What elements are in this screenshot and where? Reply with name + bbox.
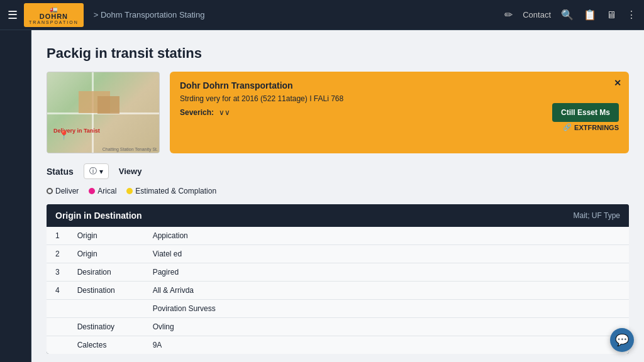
row-num: 3 [47,263,69,282]
row-value: 9A [144,336,629,354]
row-num: 1 [47,227,69,245]
chevron-down-icon: ▾ [99,167,103,176]
row-value: Poviration Survess [144,300,629,318]
table-row: 3 Desiration Pagired [47,263,629,282]
legend-estimated-icon [126,188,133,194]
table-row: Calectes 9A [47,336,629,354]
table-row: 1 Origin Appication [47,227,629,245]
status-label: Status [47,167,74,177]
contact-link[interactable]: Contact [523,10,551,19]
table-header: Origin in Destination Mait; UF Type [47,204,629,227]
alert-footer-icon: 🔗 [563,123,572,131]
copy-icon[interactable]: 📋 [584,9,596,21]
chat-bubble-button[interactable]: 💬 [610,328,634,352]
row-key [69,300,144,318]
content-area: Packig in transit statins Delivery in Ta… [31,30,644,362]
row-num [47,300,69,318]
row-num [47,318,69,336]
map-container: Delivery in Tanist 📍 Chatting Station Te… [47,72,160,153]
legend-item-estimated: Estimated & Complation [126,187,216,195]
legend-item-arical: Arical [89,187,116,195]
alert-box: ✕ Dohr Dohrn Transportation Strding very… [170,72,629,153]
status-dropdown[interactable]: ⓘ ▾ [84,163,109,179]
row-key: Calectes [69,336,144,354]
legend-arical-label: Arical [97,187,116,195]
row-num: 4 [47,282,69,300]
legend-item-deliver: Deliver [47,187,79,195]
legend-deliver-label: Deliver [55,187,79,195]
breadcrumb-text: > Dohm Transportation Stating [94,10,205,19]
main-layout: Packig in transit statins Delivery in Ta… [0,30,644,362]
alert-footer: 🔗 EXTFRNINGS [180,123,619,131]
row-key: Destination [69,282,144,300]
row-value: Pagired [144,263,629,282]
table-row: Destinatioy Ovling [47,318,629,336]
legend-deliver-icon [47,188,53,194]
search-icon[interactable]: 🔍 [561,9,574,21]
row-value: Ovling [144,318,629,336]
row-key: Destinatioy [69,318,144,336]
row-key: Origin [69,245,144,263]
data-table: 1 Origin Appication 2 Origin Viatel ed 3… [47,227,629,354]
page-title: Packig in transit statins [47,45,629,62]
alert-cta-button[interactable]: Ctill Esset Ms [552,103,619,122]
more-icon[interactable]: ⋮ [626,9,636,21]
logo-truck-icon: 🚛 [50,6,57,13]
map-copyright: Chatting Station Tenanity St. [103,147,158,151]
row-num: 2 [47,245,69,263]
legend-estimated-label: Estimated & Complation [135,187,216,195]
status-row: Status ⓘ ▾ Viewy [47,163,629,179]
map-building-2 [97,96,119,114]
status-dropdown-value: ⓘ [89,166,97,177]
hamburger-icon[interactable]: ☰ [8,8,18,22]
top-navigation: ☰ 🚛 DOHRN TRANSPOATION > Dohm Transporta… [0,0,644,30]
row-value: All & Arrivda [144,282,629,300]
map-background: Delivery in Tanist 📍 Chatting Station Te… [47,72,159,153]
row-key: Desiration [69,263,144,282]
alert-severity-label: Severich: [180,108,214,117]
alert-title: Dohr Dohrn Transportation [180,80,619,90]
edit-icon[interactable]: ✏ [504,9,513,21]
map-marker-icon: 📍 [58,130,69,140]
table-title: Origin in Destination [55,211,142,221]
table-row: 2 Origin Viatel ed [47,245,629,263]
alert-footer-label: EXTFRNINGS [574,124,619,131]
logo-text: DOHRN [40,13,68,20]
alert-close-button[interactable]: ✕ [614,78,621,88]
legend-row: Deliver Arical Estimated & Complation [47,187,629,195]
legend-arical-icon [89,188,95,194]
nav-actions: ✏ Contact 🔍 📋 🖥 ⋮ [504,9,636,21]
monitor-icon[interactable]: 🖥 [606,9,616,21]
logo: 🚛 DOHRN TRANSPOATION [24,3,84,27]
row-key: Origin [69,227,144,245]
map-alert-row: Delivery in Tanist 📍 Chatting Station Te… [47,72,629,153]
logo-sub: TRANSPOATION [29,20,79,25]
row-value: Viatel ed [144,245,629,263]
alert-detail: Strding very for at 2016 (522 11atage) I… [180,94,619,103]
status-view-button[interactable]: Viewy [119,167,142,176]
alert-severity-value: ∨∨ [219,108,230,117]
row-num [47,336,69,354]
table-row: 4 Destination All & Arrivda [47,282,629,300]
breadcrumb: > Dohm Transportation Stating [94,10,504,19]
table-row: Poviration Survess [47,300,629,318]
table-action-label: Mait; UF Type [574,211,620,220]
table-section: Origin in Destination Mait; UF Type 1 Or… [47,204,629,354]
sidebar [0,30,31,362]
row-value: Appication [144,227,629,245]
